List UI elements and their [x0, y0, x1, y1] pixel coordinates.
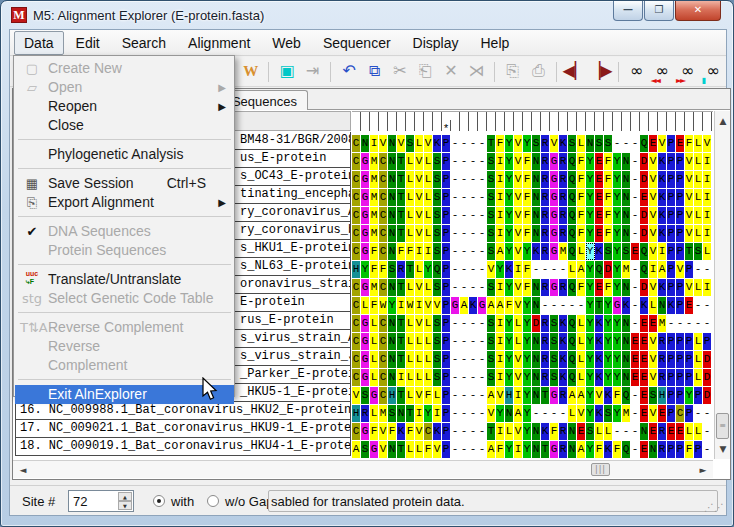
- residue-cell[interactable]: E: [640, 441, 649, 458]
- menu-item-translate-untranslate[interactable]: uuc⤷FTranslate/Untranslate: [15, 270, 234, 289]
- without-gaps-radio[interactable]: [207, 495, 219, 507]
- residue-cell[interactable]: A: [352, 441, 361, 458]
- resize-grip-icon[interactable]: ⋰⋰: [704, 502, 724, 513]
- residue-cell[interactable]: F: [496, 441, 505, 458]
- residue-cell[interactable]: F: [685, 441, 694, 458]
- residue-cell[interactable]: R: [559, 441, 568, 458]
- residue-cell[interactable]: L: [415, 441, 424, 458]
- residue-cell[interactable]: V: [379, 441, 388, 458]
- menu-item-create-new[interactable]: ▢Create New: [15, 59, 234, 78]
- residue-cell[interactable]: F: [595, 441, 604, 458]
- horizontal-scrollbar[interactable]: ◄ ||| ►: [13, 460, 713, 478]
- menu-item-phylogenetic-analysis[interactable]: Phylogenetic Analysis: [15, 145, 234, 164]
- residue-cell[interactable]: A: [577, 441, 586, 458]
- ruler-tick: [361, 112, 370, 131]
- sequence-name-row[interactable]: 18. NC_009019.1_Bat_coronavirus_HKU4-1_E…: [15, 438, 351, 456]
- menu-item-protein-sequences[interactable]: Protein Sequences: [15, 241, 234, 260]
- residue-cell[interactable]: P: [694, 441, 703, 458]
- residue-cell[interactable]: Q: [622, 441, 631, 458]
- with-gaps-radio[interactable]: [153, 495, 165, 507]
- title-bar[interactable]: M M5: Alignment Explorer (E-protein.fast…: [1, 1, 733, 29]
- residue-cell[interactable]: -: [451, 441, 460, 458]
- ruler-tick: [685, 112, 694, 131]
- sequence-name-row[interactable]: 16. NC_009988.1_Bat_coronavirus_HKU2_E-p…: [15, 402, 351, 420]
- scroll-right-icon[interactable]: ►: [695, 462, 711, 478]
- menu-item-close[interactable]: Close: [15, 116, 234, 135]
- residue-cell[interactable]: G: [550, 441, 559, 458]
- residue-cell[interactable]: A: [487, 441, 496, 458]
- menu-item-reverse-complement[interactable]: T⇅AReverse Complement: [15, 318, 234, 337]
- horizontal-scroll-thumb[interactable]: |||: [591, 463, 610, 476]
- residue-cell[interactable]: -: [631, 441, 640, 458]
- menubar-item-search[interactable]: Search: [112, 31, 176, 55]
- menubar-item-web[interactable]: Web: [262, 31, 311, 55]
- menubar-item-help[interactable]: Help: [471, 31, 520, 55]
- residue-cell[interactable]: F: [424, 441, 433, 458]
- menu-item-save-session[interactable]: ▦Save SessionCtrl+S: [15, 174, 234, 193]
- highlight-site-icon[interactable]: ▣: [274, 60, 299, 84]
- residue-cell[interactable]: I: [514, 441, 523, 458]
- find-prev-icon[interactable]: ∞◄◄: [649, 60, 674, 84]
- next-marked-site-icon[interactable]: ▕▶: [588, 60, 613, 84]
- menu-item-export-alignment[interactable]: ⎘Export Alignment▶: [15, 193, 234, 212]
- residue-cell[interactable]: K: [604, 441, 613, 458]
- maximize-button[interactable]: ❐: [644, 1, 674, 21]
- vertical-scroll-thumb[interactable]: ≡: [716, 413, 729, 439]
- residue-cell[interactable]: P: [442, 441, 451, 458]
- close-button[interactable]: ✕: [675, 1, 721, 21]
- menubar-item-display[interactable]: Display: [403, 31, 469, 55]
- minimize-button[interactable]: —: [613, 1, 643, 21]
- residue-cell[interactable]: P: [676, 441, 685, 458]
- sequence-name-row[interactable]: 17. NC_009021.1_Bat_coronavirus_HKU9-1_E…: [15, 420, 351, 438]
- residue-cell[interactable]: N: [388, 441, 397, 458]
- menu-item-reopen[interactable]: Reopen▶: [15, 97, 234, 116]
- residue-cell[interactable]: S: [361, 441, 370, 458]
- find-next-icon[interactable]: ∞►►: [675, 60, 700, 84]
- residue-cell[interactable]: T: [541, 441, 550, 458]
- residue-cell[interactable]: N: [649, 441, 658, 458]
- ruler-tick: [505, 112, 514, 131]
- menu-item-open[interactable]: ▱Open▶: [15, 78, 234, 97]
- residue-cell[interactable]: -: [478, 441, 487, 458]
- residue-cell[interactable]: Y: [586, 441, 595, 458]
- scroll-up-icon[interactable]: ▲: [715, 113, 731, 129]
- site-number-spinner[interactable]: 72 ▲ ▼: [68, 490, 134, 512]
- menubar-item-edit[interactable]: Edit: [66, 31, 110, 55]
- undo-icon[interactable]: ↶: [336, 60, 361, 84]
- residue-cell[interactable]: N: [532, 441, 541, 458]
- align-tool-icon[interactable]: W: [238, 60, 263, 84]
- sequence-row: CGLCNTLLLSP----SIYLYNRSKQLYKYYNEEVRPPPLP: [352, 330, 712, 348]
- residue-cell[interactable]: -: [469, 441, 478, 458]
- find-icon[interactable]: ∞: [624, 60, 649, 84]
- residue-cell[interactable]: G: [370, 441, 379, 458]
- residue-cell[interactable]: R: [658, 441, 667, 458]
- vertical-scrollbar[interactable]: ▲ ≡ ▼: [714, 111, 730, 459]
- scroll-down-icon[interactable]: ▼: [715, 441, 731, 457]
- residue-cell[interactable]: -: [703, 441, 712, 458]
- menu-item-reverse[interactable]: Reverse: [15, 337, 234, 356]
- prev-marked-site-icon[interactable]: ◀▏: [562, 60, 587, 84]
- menu-item-complement[interactable]: Complement: [15, 356, 234, 375]
- menu-item-dna-sequences[interactable]: ✔DNA Sequences: [15, 222, 234, 241]
- residue-cell[interactable]: F: [613, 441, 622, 458]
- residue-cell[interactable]: T: [397, 441, 406, 458]
- scroll-left-icon[interactable]: ◄: [15, 462, 31, 478]
- copy-icon[interactable]: ⧉: [362, 60, 387, 84]
- ruler-tick: [640, 112, 649, 131]
- residue-cell[interactable]: L: [406, 441, 415, 458]
- menubar-item-alignment[interactable]: Alignment: [178, 31, 260, 55]
- residue-cell[interactable]: Y: [523, 441, 532, 458]
- menu-item-shortcut: Ctrl+S: [167, 174, 206, 193]
- residue-cell[interactable]: N: [568, 441, 577, 458]
- find-mark-icon[interactable]: ∞▮: [700, 60, 725, 84]
- menubar-item-sequencer[interactable]: Sequencer: [313, 31, 401, 55]
- menubar-item-data[interactable]: Data: [14, 31, 64, 55]
- residue-cell[interactable]: P: [667, 441, 676, 458]
- residue-cell[interactable]: Y: [505, 441, 514, 458]
- spin-up-icon[interactable]: ▲: [118, 492, 132, 501]
- spin-down-icon[interactable]: ▼: [118, 501, 132, 510]
- residue-cell[interactable]: -: [460, 441, 469, 458]
- menu-item-select-genetic-code-table[interactable]: stgSelect Genetic Code Table: [15, 289, 234, 308]
- menu-item-label: Create New: [48, 59, 122, 78]
- residue-cell[interactable]: V: [433, 441, 442, 458]
